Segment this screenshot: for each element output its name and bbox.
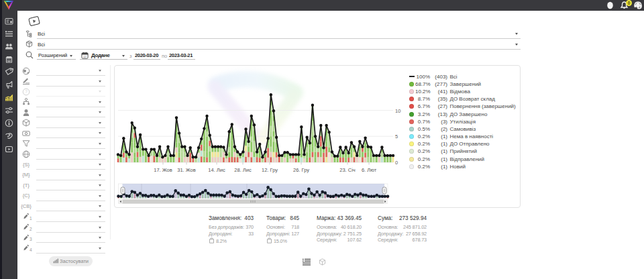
- svg-text:?: ?: [25, 89, 28, 94]
- svg-text:17: 17: [83, 55, 87, 58]
